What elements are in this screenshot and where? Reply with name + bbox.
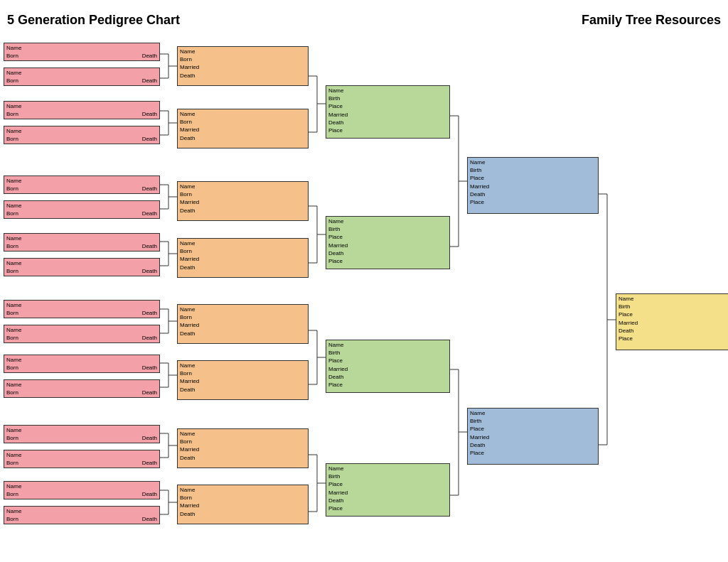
gen2-box-8: Name Born Married Death: [177, 485, 309, 524]
gen1-box-5: Name Born Death: [4, 175, 160, 194]
gen1-box-16: Name Born Death: [4, 506, 160, 524]
gen1-box-9: Name Born Death: [4, 300, 160, 318]
gen2-box-4: Name Born Married Death: [177, 238, 309, 278]
brand-title: Family Tree Resources: [582, 13, 721, 28]
gen2-box-6: Name Born Married Death: [177, 360, 309, 400]
gen1-box-11: Name Born Death: [4, 355, 160, 373]
gen3-box-3: Name Birth Place Married Death Place: [326, 340, 450, 393]
gen1-box-4: Name Born Death: [4, 126, 160, 144]
gen1-box-1: Name Born Death: [4, 43, 160, 61]
gen2-box-7: Name Born Married Death: [177, 428, 309, 468]
gen3-box-1: Name Birth Place Married Death Place: [326, 85, 450, 139]
gen1-box-12: Name Born Death: [4, 379, 160, 398]
gen1-box-10: Name Born Death: [4, 325, 160, 343]
gen1-box-6: Name Born Death: [4, 200, 160, 219]
gen2-box-3: Name Born Married Death: [177, 181, 309, 221]
gen2-box-2: Name Born Married Death: [177, 109, 309, 148]
gen2-box-5: Name Born Married Death: [177, 304, 309, 344]
gen4-box-2: Name Birth Place Married Death Place: [467, 408, 599, 465]
gen4-box-1: Name Birth Place Married Death Place: [467, 157, 599, 214]
gen3-box-4: Name Birth Place Married Death Place: [326, 463, 450, 517]
gen5-box-1: Name Birth Place Married Death Place: [616, 293, 728, 350]
gen1-box-7: Name Born Death: [4, 233, 160, 252]
gen1-box-15: Name Born Death: [4, 481, 160, 499]
page-title: 5 Generation Pedigree Chart: [7, 13, 180, 28]
gen1-box-13: Name Born Death: [4, 425, 160, 443]
gen3-box-2: Name Birth Place Married Death Place: [326, 216, 450, 269]
gen1-box-14: Name Born Death: [4, 450, 160, 468]
gen1-box-8: Name Born Death: [4, 258, 160, 276]
gen1-box-3: Name Born Death: [4, 101, 160, 119]
gen1-box-2: Name Born Death: [4, 67, 160, 86]
gen2-box-1: Name Born Married Death: [177, 46, 309, 86]
